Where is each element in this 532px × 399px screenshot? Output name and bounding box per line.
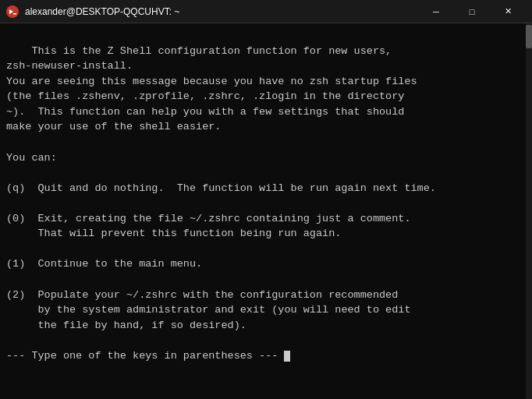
window-title: alexander@DESKTOP-QQCUHVT: ~ [25,6,418,17]
close-button[interactable]: ✕ [490,0,526,23]
titlebar: alexander@DESKTOP-QQCUHVT: ~ ─ □ ✕ [0,0,532,23]
window-controls: ─ □ ✕ [418,0,526,23]
svg-rect-1 [13,13,16,15]
scrollbar-track[interactable] [526,23,532,399]
terminal-cursor [284,351,290,362]
window: alexander@DESKTOP-QQCUHVT: ~ ─ □ ✕ This … [0,0,532,399]
svg-marker-0 [9,9,13,14]
minimize-button[interactable]: ─ [418,0,454,23]
scrollbar-thumb[interactable] [526,25,532,48]
maximize-button[interactable]: □ [454,0,490,23]
terminal-output[interactable]: This is the Z Shell configuration functi… [0,23,532,399]
terminal-icon [6,5,19,18]
terminal-text: This is the Z Shell configuration functi… [6,45,436,362]
